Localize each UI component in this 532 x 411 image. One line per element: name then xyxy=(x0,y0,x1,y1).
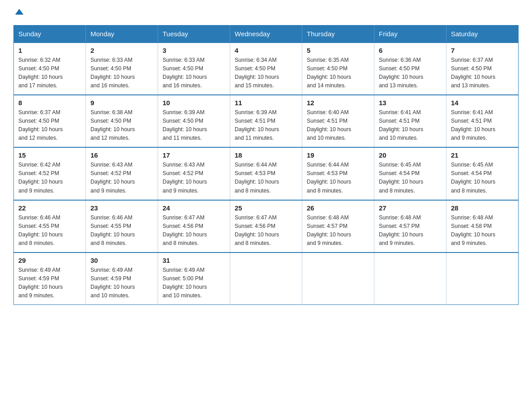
day-of-week-saturday: Saturday xyxy=(446,26,519,43)
day-info: Sunrise: 6:45 AMSunset: 4:54 PMDaylight:… xyxy=(451,161,514,195)
calendar-cell: 27 Sunrise: 6:48 AMSunset: 4:57 PMDaylig… xyxy=(374,200,446,253)
day-number: 7 xyxy=(451,47,514,54)
day-number: 21 xyxy=(451,151,514,159)
day-info: Sunrise: 6:46 AMSunset: 4:55 PMDaylight:… xyxy=(18,214,81,248)
day-number: 29 xyxy=(18,257,81,264)
calendar-cell: 20 Sunrise: 6:45 AMSunset: 4:54 PMDaylig… xyxy=(374,147,446,200)
calendar-cell: 7 Sunrise: 6:37 AMSunset: 4:50 PMDayligh… xyxy=(446,43,519,95)
logo xyxy=(13,9,24,17)
calendar-week-1: 1 Sunrise: 6:32 AMSunset: 4:50 PMDayligh… xyxy=(14,43,519,95)
day-number: 13 xyxy=(379,99,442,107)
day-of-week-friday: Friday xyxy=(374,26,446,43)
day-number: 31 xyxy=(163,257,225,264)
calendar-cell: 28 Sunrise: 6:48 AMSunset: 4:58 PMDaylig… xyxy=(446,200,519,253)
calendar-cell: 2 Sunrise: 6:33 AMSunset: 4:50 PMDayligh… xyxy=(86,43,158,95)
calendar-cell: 23 Sunrise: 6:46 AMSunset: 4:55 PMDaylig… xyxy=(86,200,158,253)
day-number: 15 xyxy=(18,151,81,159)
calendar-cell xyxy=(230,253,302,305)
calendar-cell: 18 Sunrise: 6:44 AMSunset: 4:53 PMDaylig… xyxy=(230,147,302,200)
day-number: 19 xyxy=(307,151,369,159)
day-of-week-wednesday: Wednesday xyxy=(230,26,302,43)
calendar-cell: 17 Sunrise: 6:43 AMSunset: 4:52 PMDaylig… xyxy=(158,147,230,200)
day-of-week-tuesday: Tuesday xyxy=(158,26,230,43)
calendar-cell xyxy=(446,253,519,305)
day-info: Sunrise: 6:32 AMSunset: 4:50 PMDaylight:… xyxy=(18,56,81,90)
day-info: Sunrise: 6:41 AMSunset: 4:51 PMDaylight:… xyxy=(379,108,442,142)
calendar-cell: 24 Sunrise: 6:47 AMSunset: 4:56 PMDaylig… xyxy=(158,200,230,253)
calendar-cell: 22 Sunrise: 6:46 AMSunset: 4:55 PMDaylig… xyxy=(14,200,86,253)
calendar-cell: 29 Sunrise: 6:49 AMSunset: 4:59 PMDaylig… xyxy=(14,253,86,305)
day-info: Sunrise: 6:38 AMSunset: 4:50 PMDaylight:… xyxy=(90,108,153,142)
day-info: Sunrise: 6:44 AMSunset: 4:53 PMDaylight:… xyxy=(235,161,297,195)
calendar-cell: 31 Sunrise: 6:49 AMSunset: 5:00 PMDaylig… xyxy=(158,253,230,305)
day-number: 12 xyxy=(307,99,369,107)
calendar-cell: 8 Sunrise: 6:37 AMSunset: 4:50 PMDayligh… xyxy=(14,95,86,147)
day-number: 30 xyxy=(90,257,153,264)
day-info: Sunrise: 6:40 AMSunset: 4:51 PMDaylight:… xyxy=(307,108,369,142)
calendar-cell: 5 Sunrise: 6:35 AMSunset: 4:50 PMDayligh… xyxy=(302,43,374,95)
day-info: Sunrise: 6:33 AMSunset: 4:50 PMDaylight:… xyxy=(163,56,225,90)
day-info: Sunrise: 6:37 AMSunset: 4:50 PMDaylight:… xyxy=(451,56,514,90)
day-info: Sunrise: 6:48 AMSunset: 4:57 PMDaylight:… xyxy=(379,214,442,248)
calendar-cell: 26 Sunrise: 6:48 AMSunset: 4:57 PMDaylig… xyxy=(302,200,374,253)
day-info: Sunrise: 6:33 AMSunset: 4:50 PMDaylight:… xyxy=(90,56,153,90)
day-number: 22 xyxy=(18,204,81,212)
calendar-cell: 12 Sunrise: 6:40 AMSunset: 4:51 PMDaylig… xyxy=(302,95,374,147)
day-info: Sunrise: 6:48 AMSunset: 4:58 PMDaylight:… xyxy=(451,214,514,248)
day-info: Sunrise: 6:45 AMSunset: 4:54 PMDaylight:… xyxy=(379,161,442,195)
day-number: 1 xyxy=(18,47,81,54)
calendar-cell: 15 Sunrise: 6:42 AMSunset: 4:52 PMDaylig… xyxy=(14,147,86,200)
day-number: 5 xyxy=(307,47,369,54)
day-number: 18 xyxy=(235,151,297,159)
day-info: Sunrise: 6:37 AMSunset: 4:50 PMDaylight:… xyxy=(18,108,81,142)
day-number: 6 xyxy=(379,47,442,54)
day-info: Sunrise: 6:48 AMSunset: 4:57 PMDaylight:… xyxy=(307,214,369,248)
calendar-cell: 14 Sunrise: 6:41 AMSunset: 4:51 PMDaylig… xyxy=(446,95,519,147)
day-number: 10 xyxy=(163,99,225,107)
day-info: Sunrise: 6:42 AMSunset: 4:52 PMDaylight:… xyxy=(18,161,81,195)
day-info: Sunrise: 6:35 AMSunset: 4:50 PMDaylight:… xyxy=(307,56,369,90)
day-info: Sunrise: 6:46 AMSunset: 4:55 PMDaylight:… xyxy=(90,214,153,248)
day-number: 8 xyxy=(18,99,81,107)
day-number: 4 xyxy=(235,47,297,54)
page-header xyxy=(13,9,519,17)
calendar-cell: 30 Sunrise: 6:49 AMSunset: 4:59 PMDaylig… xyxy=(86,253,158,305)
day-number: 28 xyxy=(451,204,514,212)
calendar-cell: 21 Sunrise: 6:45 AMSunset: 4:54 PMDaylig… xyxy=(446,147,519,200)
calendar-week-4: 22 Sunrise: 6:46 AMSunset: 4:55 PMDaylig… xyxy=(14,200,519,253)
day-number: 16 xyxy=(90,151,153,159)
calendar-table: SundayMondayTuesdayWednesdayThursdayFrid… xyxy=(13,25,519,305)
calendar-cell xyxy=(302,253,374,305)
day-info: Sunrise: 6:44 AMSunset: 4:53 PMDaylight:… xyxy=(307,161,369,195)
day-info: Sunrise: 6:43 AMSunset: 4:52 PMDaylight:… xyxy=(163,161,225,195)
day-info: Sunrise: 6:49 AMSunset: 5:00 PMDaylight:… xyxy=(163,266,225,300)
day-number: 23 xyxy=(90,204,153,212)
day-number: 26 xyxy=(307,204,369,212)
calendar-cell: 10 Sunrise: 6:39 AMSunset: 4:50 PMDaylig… xyxy=(158,95,230,147)
calendar-week-2: 8 Sunrise: 6:37 AMSunset: 4:50 PMDayligh… xyxy=(14,95,519,147)
day-info: Sunrise: 6:49 AMSunset: 4:59 PMDaylight:… xyxy=(18,266,81,300)
logo-icon xyxy=(14,7,24,17)
day-number: 2 xyxy=(90,47,153,54)
day-info: Sunrise: 6:39 AMSunset: 4:50 PMDaylight:… xyxy=(163,108,225,142)
calendar-cell: 4 Sunrise: 6:34 AMSunset: 4:50 PMDayligh… xyxy=(230,43,302,95)
calendar-cell xyxy=(374,253,446,305)
day-number: 3 xyxy=(163,47,225,54)
day-info: Sunrise: 6:36 AMSunset: 4:50 PMDaylight:… xyxy=(379,56,442,90)
day-number: 11 xyxy=(235,99,297,107)
day-of-week-monday: Monday xyxy=(86,26,158,43)
day-number: 24 xyxy=(163,204,225,212)
calendar-cell: 9 Sunrise: 6:38 AMSunset: 4:50 PMDayligh… xyxy=(86,95,158,147)
day-number: 27 xyxy=(379,204,442,212)
day-info: Sunrise: 6:47 AMSunset: 4:56 PMDaylight:… xyxy=(235,214,297,248)
calendar-week-3: 15 Sunrise: 6:42 AMSunset: 4:52 PMDaylig… xyxy=(14,147,519,200)
day-info: Sunrise: 6:34 AMSunset: 4:50 PMDaylight:… xyxy=(235,56,297,90)
calendar-cell: 19 Sunrise: 6:44 AMSunset: 4:53 PMDaylig… xyxy=(302,147,374,200)
day-info: Sunrise: 6:49 AMSunset: 4:59 PMDaylight:… xyxy=(90,266,153,300)
day-info: Sunrise: 6:47 AMSunset: 4:56 PMDaylight:… xyxy=(163,214,225,248)
day-of-week-sunday: Sunday xyxy=(14,26,86,43)
calendar-cell: 25 Sunrise: 6:47 AMSunset: 4:56 PMDaylig… xyxy=(230,200,302,253)
day-number: 20 xyxy=(379,151,442,159)
calendar-cell: 11 Sunrise: 6:39 AMSunset: 4:51 PMDaylig… xyxy=(230,95,302,147)
day-info: Sunrise: 6:39 AMSunset: 4:51 PMDaylight:… xyxy=(235,108,297,142)
